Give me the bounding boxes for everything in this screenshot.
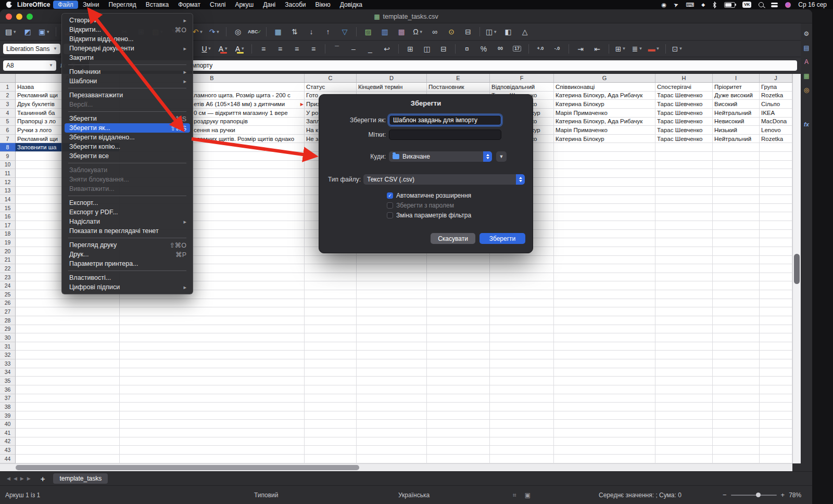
cell[interactable]	[554, 403, 655, 411]
cell[interactable]	[713, 437, 760, 446]
cell[interactable]	[305, 359, 357, 368]
file-menu-item-save-remote[interactable]: Зберегти віддалено...	[62, 133, 193, 142]
row-header-6[interactable]: 6	[0, 126, 16, 135]
cell[interactable]	[305, 446, 357, 455]
cell[interactable]	[357, 333, 427, 342]
cell[interactable]	[655, 273, 713, 282]
sidebar-settings-icon[interactable]: ⚙	[804, 31, 810, 37]
cell[interactable]	[120, 333, 305, 342]
cell[interactable]	[16, 333, 120, 342]
cell[interactable]	[120, 368, 305, 377]
text-language[interactable]: Українська	[398, 486, 430, 504]
file-menu-item-print-preview[interactable]: Перегляд друку⇧⌘O	[62, 240, 193, 250]
open-button[interactable]: ◩	[20, 25, 35, 38]
cell[interactable]	[427, 429, 490, 437]
row-header-17[interactable]: 17	[0, 221, 16, 230]
menubar-item-6[interactable]: Аркуш	[230, 1, 258, 9]
cell[interactable]	[427, 333, 490, 342]
cell[interactable]	[760, 143, 792, 152]
cell[interactable]	[120, 359, 305, 368]
cell[interactable]	[655, 377, 713, 385]
cell[interactable]	[713, 307, 760, 316]
border-color-button[interactable]: ▬▼	[646, 43, 662, 55]
cell[interactable]	[713, 238, 760, 247]
cell[interactable]	[554, 169, 655, 178]
cell[interactable]	[554, 187, 655, 196]
cell[interactable]	[554, 325, 655, 334]
cell[interactable]	[655, 204, 713, 213]
cell[interactable]	[427, 437, 490, 446]
row-header-33[interactable]: 33	[0, 359, 16, 368]
row-header-21[interactable]: 21	[0, 256, 16, 265]
cell[interactable]	[760, 290, 792, 299]
control-center-icon[interactable]	[771, 3, 778, 7]
row-header-13[interactable]: 13	[0, 187, 16, 196]
number-format-button[interactable]: 00	[493, 43, 508, 55]
cell[interactable]	[305, 342, 357, 351]
cell[interactable]	[490, 359, 554, 368]
cell[interactable]	[713, 143, 760, 152]
checkbox-2[interactable]	[387, 212, 393, 218]
cell[interactable]	[713, 169, 760, 178]
cell[interactable]	[760, 429, 792, 437]
file-menu-item-templates[interactable]: Шаблони▸	[62, 76, 193, 86]
cell[interactable]: Катерина Білокур	[554, 135, 655, 144]
cell[interactable]	[490, 333, 554, 342]
cell[interactable]	[427, 455, 490, 463]
cell[interactable]	[760, 385, 792, 394]
cell[interactable]	[554, 377, 655, 385]
cell[interactable]	[554, 238, 655, 247]
row-header-12[interactable]: 12	[0, 178, 16, 187]
cell[interactable]	[120, 420, 305, 429]
cell[interactable]	[554, 230, 655, 239]
cell[interactable]	[713, 359, 760, 368]
cell[interactable]	[713, 333, 760, 342]
cell[interactable]	[357, 368, 427, 377]
cell[interactable]	[713, 377, 760, 385]
menubar-item-0[interactable]: Файл	[53, 1, 78, 9]
increase-indent-button[interactable]: ⇥	[573, 43, 588, 55]
cell[interactable]	[554, 437, 655, 446]
cell[interactable]	[305, 368, 357, 377]
cell[interactable]	[554, 446, 655, 455]
cell[interactable]	[760, 420, 792, 429]
cell[interactable]: Низький	[713, 126, 760, 135]
file-menu-item-new[interactable]: Створити▸	[62, 16, 193, 25]
select-all-corner[interactable]	[0, 74, 16, 83]
cell[interactable]	[16, 307, 120, 316]
autofilter-button[interactable]: ▽	[337, 25, 352, 38]
cell[interactable]	[305, 256, 357, 265]
cell[interactable]	[554, 281, 655, 290]
vk-icon[interactable]: VK	[742, 2, 751, 8]
cell[interactable]	[305, 351, 357, 359]
cell[interactable]	[760, 152, 792, 161]
cell[interactable]	[554, 455, 655, 463]
insert-image-button[interactable]: ▨	[360, 25, 376, 38]
cell[interactable]	[760, 377, 792, 385]
cell[interactable]: Нейтральний	[713, 109, 760, 118]
cell[interactable]	[120, 385, 305, 394]
cell[interactable]	[713, 290, 760, 299]
insert-comment-button[interactable]: ⊙	[444, 25, 459, 38]
cell[interactable]	[655, 316, 713, 325]
cell[interactable]	[357, 420, 427, 429]
file-menu-item-preview-in-browser[interactable]: Показати в переглядачі тенет	[62, 226, 193, 236]
page-style[interactable]: Типовий	[254, 486, 278, 504]
cell[interactable]	[120, 437, 305, 446]
cell[interactable]	[760, 342, 792, 351]
cell[interactable]	[713, 247, 760, 256]
cell[interactable]	[760, 403, 792, 411]
align-left-button[interactable]: ≡	[256, 43, 271, 55]
cell[interactable]	[305, 385, 357, 394]
cell[interactable]	[760, 238, 792, 247]
zoom-slider[interactable]	[731, 495, 777, 496]
cell[interactable]: Нейтральний	[713, 135, 760, 144]
cell[interactable]	[713, 411, 760, 420]
cell[interactable]	[357, 377, 427, 385]
save-button[interactable]: ▣▼	[36, 25, 52, 38]
row-header-35[interactable]: 35	[0, 377, 16, 385]
styles-icon[interactable]: A	[804, 59, 809, 65]
cell[interactable]	[357, 455, 427, 463]
cell[interactable]	[357, 385, 427, 394]
cell[interactable]	[554, 152, 655, 161]
